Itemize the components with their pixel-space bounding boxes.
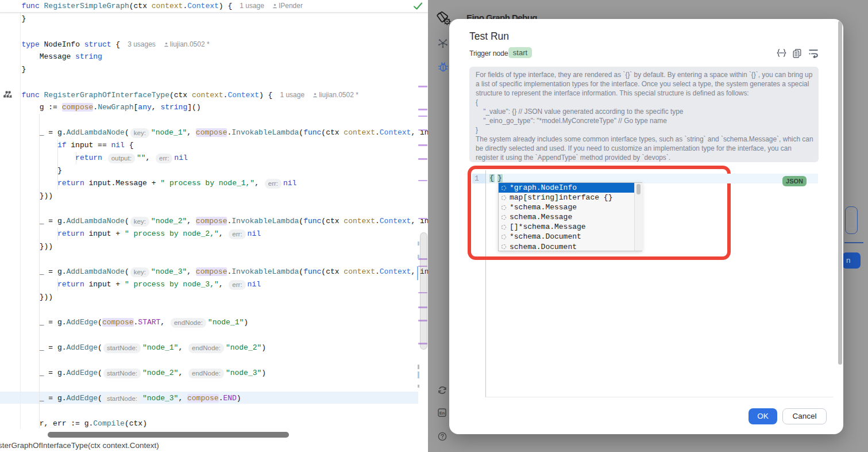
- svg-text:En: En: [439, 411, 445, 416]
